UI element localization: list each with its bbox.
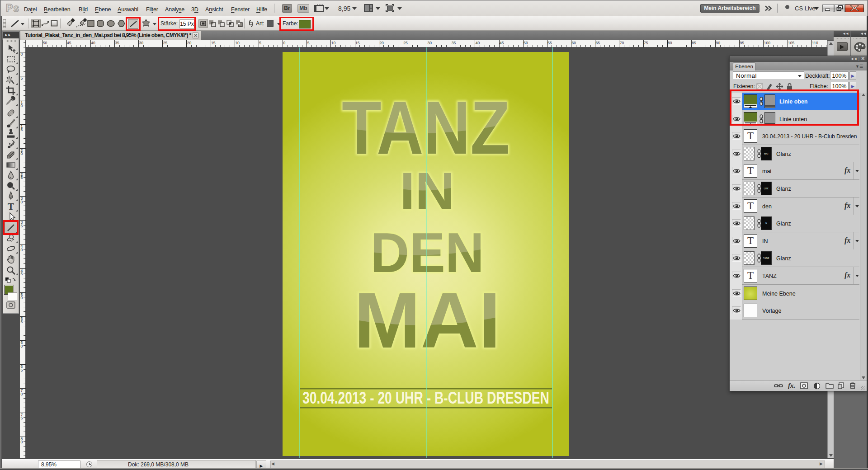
svg-text:30.04.2013 - 20 UHR - B-CLUB D: 30.04.2013 - 20 UHR - B-CLUB DRESDEN (302, 389, 549, 407)
svg-text:T: T (8, 201, 14, 212)
